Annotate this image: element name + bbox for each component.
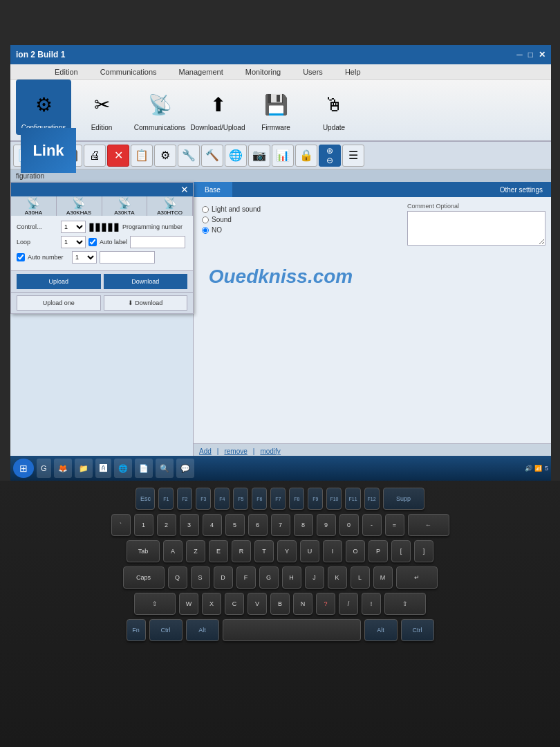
key-m[interactable]: M (373, 566, 393, 589)
key-lctrl[interactable]: Ctrl (149, 619, 183, 641)
tb2-chart[interactable]: 📊 (272, 145, 294, 167)
key-ralt[interactable]: Alt (364, 619, 398, 641)
prog-number-input[interactable] (100, 251, 155, 264)
key-backtick[interactable]: ` (111, 514, 131, 536)
ribbon-download-upload[interactable]: ⬆ Download/Upload (190, 80, 245, 135)
key-y[interactable]: Y (277, 540, 297, 562)
key-slash[interactable]: / (339, 593, 358, 615)
key-f[interactable]: F (236, 566, 256, 589)
dialog-close-btn[interactable]: ✕ (180, 184, 189, 195)
ribbon-configurations[interactable]: ⚙ Configurations (16, 80, 71, 135)
close-btn[interactable]: ✕ (539, 50, 545, 59)
key-w[interactable]: W (179, 593, 198, 615)
key-fn[interactable]: Fn (127, 619, 146, 641)
key-a[interactable]: A (163, 540, 183, 562)
key-lshift[interactable]: ⇧ (134, 593, 176, 615)
sound-radio[interactable] (202, 216, 209, 223)
key-h[interactable]: H (282, 566, 301, 589)
comment-textarea[interactable] (407, 211, 545, 246)
key-2[interactable]: 2 (157, 514, 176, 536)
ribbon-edition[interactable]: ✂ Edition (74, 80, 129, 135)
key-f4[interactable]: F4 (214, 488, 230, 510)
no-radio[interactable] (202, 227, 209, 234)
key-f1[interactable]: F1 (158, 488, 174, 510)
base-tab[interactable]: Base (194, 182, 232, 197)
key-f7[interactable]: F7 (270, 488, 286, 510)
menu-help[interactable]: Help (342, 66, 364, 77)
upload-btn[interactable]: Upload (17, 274, 101, 289)
key-lbracket[interactable]: [ (391, 540, 411, 562)
taskbar-browser2[interactable]: 🌐 (114, 459, 132, 478)
menu-management[interactable]: Management (176, 66, 226, 77)
key-f12[interactable]: F12 (364, 488, 380, 510)
key-o[interactable]: O (346, 540, 365, 562)
menu-communications[interactable]: Communications (97, 66, 160, 77)
tb2-print[interactable]: 🖨 (84, 145, 106, 167)
light-sound-radio[interactable] (202, 206, 209, 213)
key-f3[interactable]: F3 (196, 488, 211, 510)
key-rctrl[interactable]: Ctrl (401, 619, 434, 641)
key-s[interactable]: S (191, 566, 210, 589)
add-link[interactable]: Add (199, 448, 212, 455)
device-tab-a30kta[interactable]: 📡 A30KTA (102, 196, 148, 216)
tb2-hammer[interactable]: 🔨 (201, 145, 223, 167)
taskbar-adobe[interactable]: 🅰 (95, 459, 111, 478)
taskbar-firefox[interactable]: 🦊 (54, 459, 72, 478)
key-f11[interactable]: F11 (345, 488, 360, 510)
key-9[interactable]: 9 (317, 514, 336, 536)
tb2-copy[interactable]: 📋 (131, 145, 153, 167)
tb2-wrench[interactable]: 🔧 (178, 145, 200, 167)
tb2-globe[interactable]: 🌐 (225, 145, 247, 167)
tb2-close[interactable]: ✕ (107, 145, 129, 167)
key-n[interactable]: N (293, 593, 312, 615)
modify-link[interactable]: modify (260, 448, 280, 455)
taskbar-folder[interactable]: 📁 (75, 459, 93, 478)
device-tab-a30ha[interactable]: 📡 A30HA (11, 196, 57, 216)
taskbar-search[interactable]: 🔍 (156, 459, 174, 478)
key-7[interactable]: 7 (271, 514, 290, 536)
tb2-list[interactable]: ☰ (342, 145, 364, 167)
key-3[interactable]: 3 (180, 514, 199, 536)
auto-label-input[interactable] (130, 236, 185, 248)
key-f6[interactable]: F6 (252, 488, 267, 510)
download-header-btn[interactable]: Download (104, 274, 188, 289)
other-settings-tab[interactable]: Other settings (492, 186, 551, 194)
key-rshift[interactable]: ⇧ (384, 593, 426, 615)
ribbon-firmware[interactable]: 💾 Firmware (248, 80, 304, 135)
device-tab-a30htco[interactable]: 📡 A30HTCO (147, 196, 193, 216)
taskbar-chat[interactable]: 💬 (176, 459, 194, 478)
ribbon-communications[interactable]: 📡 Communications (132, 80, 187, 135)
key-i[interactable]: I (323, 540, 342, 562)
key-rbracket[interactable]: ] (414, 540, 433, 562)
key-f8[interactable]: F8 (289, 488, 304, 510)
key-exclaim[interactable]: ! (362, 593, 381, 615)
tb2-camera[interactable]: 📷 (248, 145, 270, 167)
key-0[interactable]: 0 (339, 514, 359, 536)
remove-link[interactable]: remove (224, 448, 247, 455)
key-minus[interactable]: - (362, 514, 382, 536)
key-comma[interactable]: ? (316, 593, 335, 615)
key-j[interactable]: J (305, 566, 324, 589)
loop-select[interactable]: 1 (61, 236, 86, 248)
key-4[interactable]: 4 (203, 514, 222, 536)
ribbon-update[interactable]: 🖱 Update (306, 80, 362, 135)
maximize-btn[interactable]: □ (528, 50, 533, 59)
key-esc[interactable]: Esc (136, 488, 155, 510)
key-enter[interactable]: ↵ (396, 566, 438, 589)
auto-label-checkbox[interactable] (88, 238, 97, 246)
key-p[interactable]: P (368, 540, 388, 562)
upload-one-btn[interactable]: Upload one (17, 295, 101, 311)
download-btn[interactable]: ⬇ Download (104, 295, 188, 311)
key-backspace[interactable]: ← (408, 514, 449, 536)
key-equals[interactable]: = (385, 514, 404, 536)
control-select[interactable]: 1 (61, 221, 86, 233)
key-z[interactable]: Z (186, 540, 205, 562)
key-q[interactable]: Q (168, 566, 187, 589)
key-x[interactable]: X (202, 593, 221, 615)
key-6[interactable]: 6 (248, 514, 268, 536)
menu-users[interactable]: Users (300, 66, 326, 77)
key-l[interactable]: L (351, 566, 370, 589)
key-d[interactable]: D (214, 566, 233, 589)
key-lalt[interactable]: Alt (186, 619, 219, 641)
key-e[interactable]: E (209, 540, 228, 562)
